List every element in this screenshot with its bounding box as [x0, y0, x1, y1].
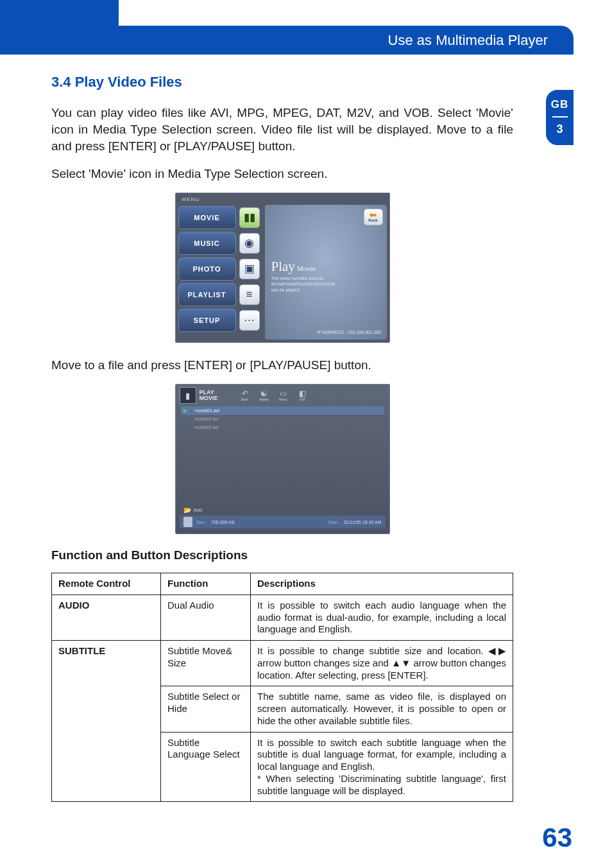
size-label: Size :	[196, 520, 208, 525]
th-desc: Descriptions	[251, 573, 513, 595]
menu-icon: ▭	[280, 390, 287, 397]
playlist-icon: ≡	[239, 284, 260, 305]
ip-address: IP ADDRESS : 192.168.001.002	[317, 330, 381, 334]
preview-title-movie: Movie	[295, 265, 316, 272]
up-down-arrow-icon: ▲▼	[391, 657, 411, 668]
table-heading: Function and Button Descriptions	[51, 548, 513, 562]
toolbar-exit-label: Exit	[300, 397, 305, 401]
rc-audio: AUDIO	[52, 595, 161, 640]
menu-button-photo: PHOTO	[178, 257, 236, 281]
play-icon	[183, 424, 186, 430]
side-tab: GB 3	[546, 90, 574, 145]
back-label: Back	[368, 218, 377, 222]
desc-sub-move: It is possible to change subtitle size a…	[251, 641, 513, 686]
path-text: /hdd	[194, 508, 203, 512]
path-row: 📂 /hdd	[180, 507, 386, 514]
fb-header: ▮ PLAY MOVIE ↶Back ☯Allplay ▭Menu ◧Exit	[176, 385, 389, 404]
preview-title: PlayMovie	[271, 259, 316, 275]
back-arrow-icon: ⬅	[370, 212, 377, 218]
up-icon: ↶	[242, 390, 248, 397]
side-tab-divider	[552, 116, 568, 117]
desc-dual-audio: It is possible to switch each audio lang…	[251, 595, 513, 640]
file-row-0[interactable]: ▶ ▪ movie01.avi	[181, 406, 384, 415]
menu-item-setup[interactable]: SETUP ⋯	[178, 309, 260, 332]
menu-item-photo[interactable]: PHOTO ▣	[178, 257, 260, 281]
row-subtitle-1: SUBTITLE Subtitle Move& Size It is possi…	[52, 641, 513, 686]
side-tab-lang: GB	[546, 98, 574, 111]
setup-icon: ⋯	[239, 310, 260, 331]
info-bar: Size : 700,000 KB Date : 02/12/05 10:20 …	[180, 516, 386, 528]
menu-button-movie: MOVIE	[178, 206, 236, 229]
section-heading: 3.4 Play Video Files	[51, 74, 513, 91]
desc-line-1: The video formats such as	[271, 275, 336, 281]
fb-title: PLAY MOVIE	[200, 390, 218, 402]
file-icon: ▪	[189, 424, 191, 430]
screenshot-filebrowser: ▮ PLAY MOVIE ↶Back ☯Allplay ▭Menu ◧Exit …	[175, 384, 390, 534]
fn-sub-lang: Subtitle Language Select	[161, 732, 251, 802]
menu-item-movie[interactable]: MOVIE ▮▮	[178, 206, 260, 229]
play-all-icon: ☯	[260, 390, 268, 397]
toolbar-menu-label: Menu	[279, 397, 287, 401]
desc-pre: It is possible to change subtitle size a…	[257, 645, 488, 656]
header-bar: Use as Multimedia Player	[38, 26, 574, 55]
side-tab-chapter: 3	[546, 123, 574, 136]
film-icon: ▮	[180, 387, 196, 404]
fb-toolbar: ↶Back ☯Allplay ▭Menu ◧Exit	[237, 388, 310, 403]
toolbar-allplay-label: Allplay	[259, 397, 269, 401]
toolbar-back-label: Back	[241, 397, 248, 401]
fb-bottom: 📂 /hdd Size : 700,000 KB Date : 02/12/05…	[180, 507, 386, 528]
th-function: Function	[161, 573, 251, 595]
play-icon: ▶	[183, 408, 187, 413]
file-name: movie02.avi	[194, 417, 218, 421]
back-button[interactable]: ⬅ Back	[364, 209, 383, 225]
play-icon	[183, 416, 186, 422]
menu-column: MOVIE ▮▮ MUSIC ◉ PHOTO ▣ PLAYLIST ≡ SETU…	[178, 205, 260, 340]
step2-text: Move to a file and press [ENTER] or [PLA…	[51, 357, 513, 374]
menu-button-setup: SETUP	[178, 309, 236, 332]
preview-description: The video formats such as AVI/MPG/MPEG/D…	[271, 275, 336, 293]
th-remote: Remote Control	[52, 573, 161, 595]
menu-body: MOVIE ▮▮ MUSIC ◉ PHOTO ▣ PLAYLIST ≡ SETU…	[178, 205, 387, 340]
folder-icon: 📂	[183, 507, 191, 514]
menu-item-playlist[interactable]: PLAYLIST ≡	[178, 283, 260, 306]
page-content: 3.4 Play Video Files You can play video …	[51, 74, 513, 802]
fb-title-bot: MOVIE	[200, 395, 218, 401]
file-icon: ▪	[189, 416, 191, 422]
desc-mid: arrow button changes size and	[257, 657, 391, 668]
fn-dual-audio: Dual Audio	[161, 595, 251, 640]
toolbar-allplay[interactable]: ☯Allplay	[257, 388, 272, 403]
menu-top-label: MENU	[178, 196, 387, 205]
left-right-arrow-icon: ◀▶	[488, 645, 506, 656]
file-list: ▶ ▪ movie01.avi ▪ movie02.avi ▪ movie03.…	[176, 404, 389, 431]
file-row-1[interactable]: ▪ movie02.avi	[181, 415, 384, 423]
toolbar-menu[interactable]: ▭Menu	[276, 388, 291, 403]
fn-sub-move: Subtitle Move& Size	[161, 641, 251, 686]
size-value: 700,000 KB	[211, 520, 235, 525]
menu-item-music[interactable]: MUSIC ◉	[178, 232, 260, 255]
date-label: Date :	[328, 520, 340, 525]
photo-icon: ▣	[239, 259, 260, 279]
thumb-icon	[183, 517, 192, 527]
file-name: movie03.avi	[194, 425, 218, 430]
toolbar-exit[interactable]: ◧Exit	[295, 388, 310, 403]
menu-button-playlist: PLAYLIST	[178, 283, 236, 306]
desc-line-2: AVI/MPG/MPEG/DAT/M2V/VOB	[271, 281, 336, 287]
date-value: 02/12/05 10:20 AM	[344, 520, 382, 525]
menu-button-music: MUSIC	[178, 232, 236, 255]
exit-icon: ◧	[299, 390, 306, 397]
header-title: Use as Multimedia Player	[388, 32, 548, 49]
intro-paragraph: You can play video files like AVI, MPG, …	[51, 105, 513, 155]
desc-line-3: can be played.	[271, 287, 336, 293]
rc-subtitle: SUBTITLE	[52, 641, 161, 802]
speaker-icon: ◉	[239, 233, 260, 254]
preview-pane: ⬅ Back PlayMovie The video formats such …	[265, 205, 387, 340]
toolbar-back[interactable]: ↶Back	[237, 388, 253, 403]
preview-title-play: Play	[271, 259, 295, 274]
desc-sub-lang: It is possible to switch each subtitle l…	[251, 732, 513, 802]
file-icon: ▪	[191, 408, 192, 413]
row-audio: AUDIO Dual Audio It is possible to switc…	[52, 595, 513, 640]
file-row-2[interactable]: ▪ movie03.avi	[181, 423, 384, 431]
fn-sub-select: Subtitle Select or Hide	[161, 686, 251, 732]
function-table: Remote Control Function Descriptions AUD…	[51, 573, 513, 802]
page-number: 63	[542, 822, 572, 853]
